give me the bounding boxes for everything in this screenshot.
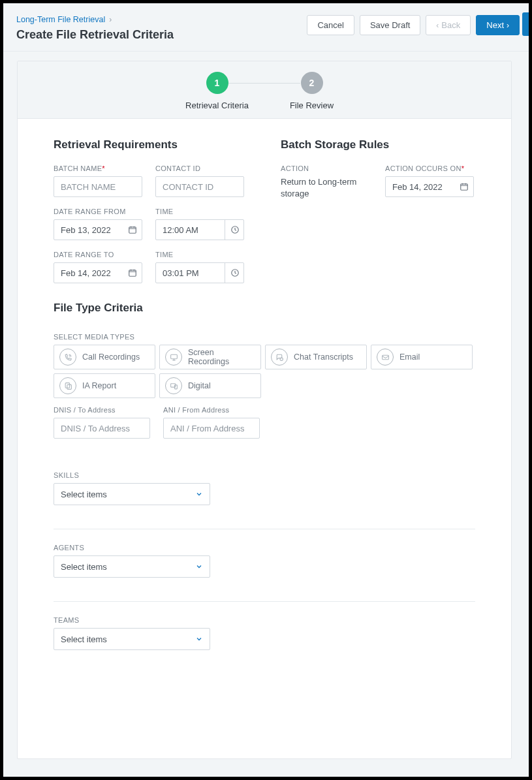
media-tile-label: IA Report xyxy=(82,381,116,390)
agents-select-placeholder: Select items xyxy=(61,562,107,572)
media-tile-screen-recordings[interactable]: Screen Recordings xyxy=(159,345,261,369)
chevron-right-icon: › xyxy=(109,15,112,24)
contact-id-input[interactable] xyxy=(155,176,244,197)
step-1[interactable]: 1 Retrieval Criteria xyxy=(170,72,264,110)
phone-icon xyxy=(59,349,76,366)
time-from-label: TIME xyxy=(155,208,244,215)
step-1-label: Retrieval Criteria xyxy=(185,101,249,110)
svg-rect-0 xyxy=(129,227,136,233)
cancel-button[interactable]: Cancel xyxy=(307,15,354,35)
contact-id-label: CONTACT ID xyxy=(155,164,244,172)
save-draft-button[interactable]: Save Draft xyxy=(360,15,420,35)
skills-select[interactable]: Select items xyxy=(54,483,210,505)
svg-rect-5 xyxy=(170,354,177,359)
media-tile-label: Digital xyxy=(188,381,211,390)
teams-label: TEAMS xyxy=(54,616,475,624)
page-title: Create File Retrieval Criteria xyxy=(16,28,174,42)
action-label: ACTION xyxy=(281,164,372,172)
divider xyxy=(54,601,475,602)
skills-label: SKILLS xyxy=(54,471,475,479)
batch-name-label: BATCH NAME* xyxy=(54,164,142,172)
media-tile-email[interactable]: Email xyxy=(371,345,473,369)
calendar-icon[interactable] xyxy=(123,262,142,283)
breadcrumb: Long-Term File Retrieval › xyxy=(16,15,174,24)
media-tile-call-recordings[interactable]: Call Recordings xyxy=(54,345,155,369)
clock-icon[interactable] xyxy=(225,219,244,240)
step-connector xyxy=(228,83,300,84)
media-tile-digital[interactable]: Digital xyxy=(159,373,261,398)
report-icon xyxy=(59,377,76,394)
calendar-icon[interactable] xyxy=(454,176,474,197)
monitor-icon xyxy=(165,349,182,366)
next-button-label: Next xyxy=(486,20,504,30)
divider xyxy=(54,529,475,529)
step-1-circle: 1 xyxy=(206,72,228,94)
media-tile-chat-transcripts[interactable]: Chat Transcripts xyxy=(265,345,367,369)
header-divider xyxy=(3,51,529,52)
retrieval-requirements-heading: Retrieval Requirements xyxy=(54,138,248,151)
calendar-icon[interactable] xyxy=(123,219,142,240)
agents-select[interactable]: Select items xyxy=(54,555,210,578)
breadcrumb-parent-link[interactable]: Long-Term File Retrieval xyxy=(16,15,105,24)
dnis-label: DNIS / To Address xyxy=(54,406,150,414)
media-types-grid: Call Recordings Screen Recordings Chat T… xyxy=(54,345,475,398)
batch-name-input[interactable] xyxy=(54,176,142,197)
date-to-label: DATE RANGE TO xyxy=(54,251,142,258)
ani-input[interactable] xyxy=(163,418,260,439)
date-from-label: DATE RANGE FROM xyxy=(54,208,142,215)
media-tile-ia-report[interactable]: IA Report xyxy=(54,373,155,398)
agents-label: AGENTS xyxy=(54,544,475,552)
svg-rect-2 xyxy=(129,270,136,276)
media-tile-label: Chat Transcripts xyxy=(294,352,353,362)
media-types-label: SELECT MEDIA TYPES xyxy=(54,333,475,341)
step-2-label: File Review xyxy=(290,101,334,110)
media-tile-label: Screen Recordings xyxy=(188,348,255,366)
time-to-label: TIME xyxy=(155,251,244,258)
teams-select-placeholder: Select items xyxy=(61,634,107,644)
clock-icon[interactable] xyxy=(225,262,244,283)
chevron-down-icon xyxy=(195,635,203,643)
action-value: Return to Long-term storage xyxy=(281,176,372,200)
next-button[interactable]: Next › xyxy=(476,15,520,35)
file-type-criteria-heading: File Type Criteria xyxy=(54,302,475,315)
right-edge-accent xyxy=(522,12,529,36)
media-tile-label: Call Recordings xyxy=(82,352,140,362)
teams-select[interactable]: Select items xyxy=(54,628,210,650)
dnis-input[interactable] xyxy=(54,418,150,439)
svg-rect-7 xyxy=(382,355,388,360)
ani-label: ANI / From Address xyxy=(163,406,260,414)
chevron-down-icon xyxy=(195,563,203,570)
chevron-right-icon: › xyxy=(507,21,509,30)
email-icon xyxy=(377,349,394,366)
back-button: ‹ Back xyxy=(426,15,471,35)
wizard-steps: 1 Retrieval Criteria 2 File Review xyxy=(18,61,511,119)
wizard-card: 1 Retrieval Criteria 2 File Review Retri… xyxy=(17,61,512,759)
chat-icon xyxy=(271,349,288,366)
step-2-circle: 2 xyxy=(301,72,323,94)
svg-rect-4 xyxy=(461,184,468,190)
step-2[interactable]: 2 File Review xyxy=(264,72,359,110)
action-occurs-label: ACTION OCCURS ON* xyxy=(385,164,474,172)
back-button-label: Back xyxy=(441,20,460,30)
skills-select-placeholder: Select items xyxy=(61,490,107,499)
chevron-down-icon xyxy=(195,490,203,498)
batch-storage-rules-heading: Batch Storage Rules xyxy=(281,138,475,151)
chevron-left-icon: ‹ xyxy=(436,21,439,30)
devices-icon xyxy=(165,377,182,394)
media-tile-label: Email xyxy=(399,352,420,362)
